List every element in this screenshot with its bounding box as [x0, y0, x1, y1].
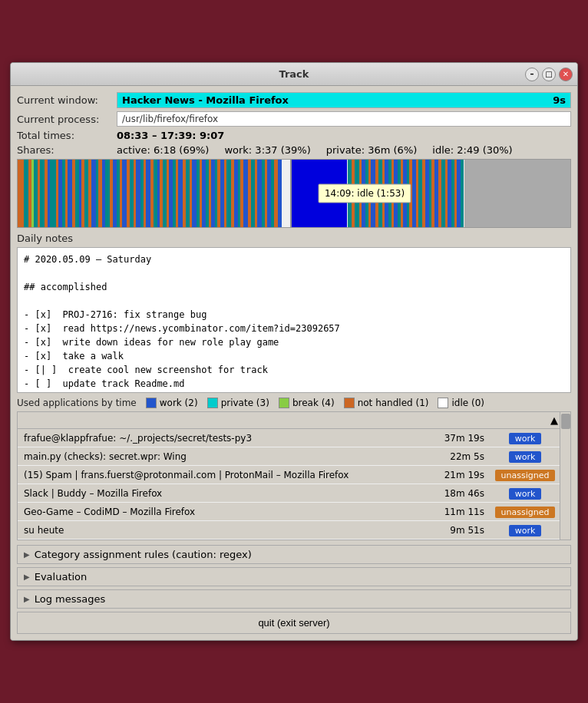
svg-rect-77 — [278, 160, 282, 227]
maximize-button[interactable]: □ — [542, 68, 556, 81]
quit-button[interactable]: quit (exit server) — [17, 612, 571, 634]
chevron-right-icon: ▶ — [24, 550, 30, 559]
svg-rect-58 — [215, 160, 217, 227]
svg-rect-107 — [434, 160, 438, 227]
collapsible-label: Log messages — [35, 593, 106, 605]
collapsible-header-2[interactable]: ▶ Log messages — [18, 590, 570, 608]
svg-rect-10 — [56, 160, 58, 227]
legend-idle-label: idle (0) — [451, 398, 484, 408]
svg-rect-111 — [448, 160, 451, 227]
scrollbar-thumb — [561, 414, 570, 429]
svg-rect-75 — [271, 160, 274, 227]
svg-rect-45 — [173, 160, 176, 227]
svg-rect-74 — [267, 160, 271, 227]
notes-container[interactable]: # 2020.05.09 – Saturday ## accomplished … — [17, 247, 571, 393]
svg-text:14:09: idle (1:53): 14:09: idle (1:53) — [325, 188, 405, 199]
table-row[interactable]: Slack | Buddy – Mozilla Firefox 18m 46s … — [18, 484, 560, 503]
content-area: Current window: Hacker News - Mozilla Fi… — [11, 86, 577, 640]
svg-rect-50 — [190, 160, 192, 227]
svg-rect-53 — [200, 160, 202, 227]
total-times-row: Total times: 08:33 – 17:39: 9:07 — [17, 130, 571, 141]
svg-rect-103 — [422, 160, 425, 227]
app-name: su heute — [18, 525, 429, 536]
app-tag: work — [491, 431, 560, 445]
svg-rect-62 — [226, 160, 231, 227]
collapsible-section: ▶ Category assignment rules (caution: re… — [17, 545, 571, 564]
svg-rect-5 — [38, 160, 40, 227]
svg-rect-9 — [50, 160, 56, 227]
svg-rect-24 — [102, 160, 105, 227]
shares-idle: idle: 2:49 (30%) — [432, 144, 512, 156]
svg-rect-104 — [425, 160, 429, 227]
svg-rect-31 — [127, 160, 130, 227]
svg-rect-21 — [91, 160, 96, 227]
svg-rect-15 — [72, 160, 75, 227]
collapsible-section: ▶ Log messages — [17, 589, 571, 609]
svg-rect-3 — [31, 160, 34, 227]
app-tag-badge: work — [509, 488, 542, 500]
collapsible-header-0[interactable]: ▶ Category assignment rules (caution: re… — [18, 546, 570, 563]
collapsible-label: Evaluation — [35, 571, 88, 583]
svg-rect-52 — [197, 160, 200, 227]
app-name: frafue@klappfrafue: ~/._projects/secret/… — [18, 433, 429, 444]
app-tag-badge: unassigned — [495, 507, 556, 518]
app-tag: work — [491, 486, 560, 500]
table-row[interactable]: main.py (checks): secret.wpr: Wing 22m 5… — [18, 447, 560, 466]
titlebar-buttons: – □ ✕ — [525, 68, 573, 81]
collapsible-label: Category assignment rules (caution: rege… — [35, 549, 252, 560]
svg-rect-73 — [265, 160, 267, 227]
app-tag: work — [491, 449, 560, 464]
app-tag-badge: work — [509, 433, 542, 444]
svg-rect-64 — [234, 160, 238, 227]
svg-rect-35 — [140, 160, 144, 227]
table-header: ▲ — [18, 412, 560, 429]
table-row[interactable]: (15) Spam | frans.fuerst@protonmail.com … — [18, 466, 560, 484]
svg-rect-55 — [206, 160, 209, 227]
svg-rect-61 — [224, 160, 226, 227]
svg-rect-108 — [438, 160, 441, 227]
current-window-label: Current window: — [17, 94, 117, 106]
app-time: 37m 19s — [429, 433, 491, 444]
legend-nothandled-color — [344, 398, 355, 408]
svg-rect-102 — [418, 160, 422, 227]
table-scrollbar[interactable] — [560, 412, 570, 540]
svg-rect-37 — [146, 160, 150, 227]
collapsible-header-1[interactable]: ▶ Evaluation — [18, 568, 570, 586]
svg-rect-34 — [136, 160, 140, 227]
app-tag: unassigned — [491, 467, 560, 482]
app-tag: unassigned — [491, 504, 560, 519]
svg-rect-13 — [65, 160, 68, 227]
svg-rect-1 — [24, 160, 28, 227]
svg-rect-68 — [248, 160, 251, 227]
svg-rect-69 — [251, 160, 255, 227]
total-times-label: Total times: — [17, 130, 117, 141]
applications-table-wrapper: ▲ frafue@klappfrafue: ~/._projects/secre… — [17, 411, 571, 540]
svg-rect-101 — [416, 160, 418, 227]
legend-nothandled: not handled (1) — [344, 398, 429, 408]
svg-rect-66 — [240, 160, 243, 227]
app-name: (15) Spam | frans.fuerst@protonmail.com … — [18, 470, 429, 480]
svg-rect-22 — [96, 160, 98, 227]
svg-rect-59 — [217, 160, 220, 227]
applications-table: ▲ frafue@klappfrafue: ~/._projects/secre… — [18, 412, 560, 540]
table-row[interactable]: frafue@klappfrafue: ~/._projects/secret/… — [18, 429, 560, 447]
svg-rect-76 — [274, 160, 278, 227]
table-scroll-up[interactable]: ▲ — [550, 414, 560, 426]
svg-rect-113 — [454, 160, 457, 227]
svg-rect-26 — [110, 160, 113, 227]
applications-list: frafue@klappfrafue: ~/._projects/secret/… — [18, 429, 560, 540]
svg-rect-110 — [445, 160, 448, 227]
app-time: 22m 5s — [429, 451, 491, 462]
shares-label: Shares: — [17, 144, 117, 156]
svg-rect-16 — [75, 160, 79, 227]
close-button[interactable]: ✕ — [559, 68, 573, 81]
svg-rect-67 — [243, 160, 248, 227]
current-window-time: 9s — [553, 94, 566, 106]
timeline-chart[interactable]: 14:09: idle (1:53) — [17, 159, 571, 228]
svg-rect-20 — [88, 160, 91, 227]
main-window: Track – □ ✕ Current window: Hacker News … — [10, 62, 578, 641]
table-row[interactable]: su heute 9m 51s work — [18, 521, 560, 540]
minimize-button[interactable]: – — [525, 68, 539, 81]
table-row[interactable]: Geo-Game – CodiMD – Mozilla Firefox 11m … — [18, 503, 560, 521]
svg-rect-105 — [429, 160, 431, 227]
